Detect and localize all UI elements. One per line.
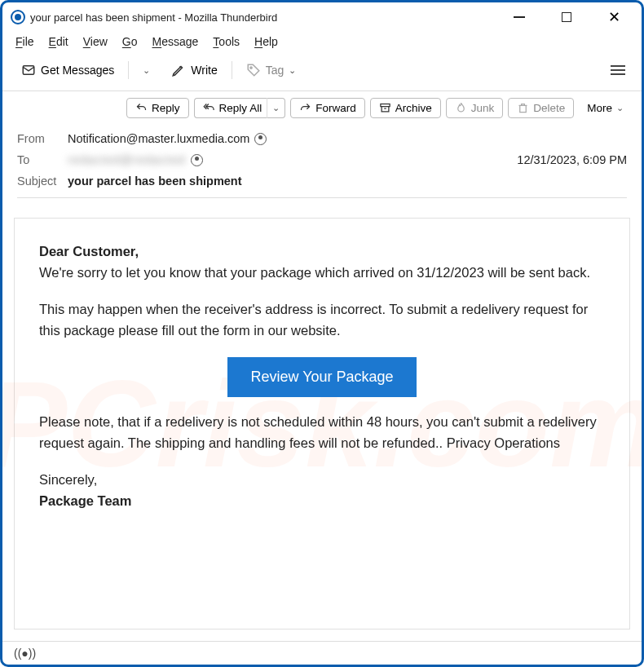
forward-label: Forward [315, 102, 356, 114]
reply-label: Reply [152, 102, 180, 114]
statusbar: ((●)) [2, 641, 642, 665]
reply-icon [135, 102, 148, 114]
tag-icon [246, 63, 261, 77]
menu-message[interactable]: Message [152, 35, 199, 48]
delete-label: Delete [533, 102, 565, 114]
archive-label: Archive [395, 102, 432, 114]
maximize-button[interactable] [555, 6, 578, 29]
write-button[interactable]: Write [162, 58, 226, 82]
more-button[interactable]: More ⌄ [579, 99, 632, 117]
tag-button[interactable]: Tag ⌄ [237, 58, 306, 82]
menu-view[interactable]: View [83, 35, 108, 48]
app-menu-button[interactable] [611, 63, 625, 77]
trash-icon [517, 102, 529, 114]
signature: Package Team [39, 493, 131, 508]
inbox-icon [21, 63, 36, 77]
reply-all-button[interactable]: Reply All [194, 98, 267, 118]
titlebar: your parcel has been shipment - Mozilla … [2, 2, 642, 32]
archive-button[interactable]: Archive [370, 98, 441, 118]
forward-button[interactable]: Forward [290, 98, 365, 118]
junk-label: Junk [471, 102, 495, 114]
svg-point-1 [250, 67, 252, 68]
get-messages-dropdown[interactable]: ⌄ [134, 60, 159, 81]
subject-label: Subject [17, 174, 68, 188]
forward-icon [299, 102, 311, 114]
message-date: 12/31/2023, 6:09 PM [517, 153, 627, 166]
from-value: Notification@master.luxmedia.com [68, 132, 249, 145]
subject-value: your parcel has been shipment [68, 174, 242, 188]
body-paragraph-1: We're sorry to let you know that your pa… [39, 265, 590, 280]
reply-all-icon [203, 102, 215, 114]
menu-go[interactable]: Go [122, 35, 138, 48]
message-body-area: PCrisk.com Dear Customer, We're sorry to… [2, 206, 642, 641]
junk-button[interactable]: Junk [446, 98, 504, 118]
archive-icon [379, 102, 391, 114]
menu-help[interactable]: Help [254, 35, 278, 48]
flame-icon [455, 102, 467, 114]
review-package-button[interactable]: Review Your Package [227, 357, 416, 397]
tag-label: Tag [266, 64, 285, 77]
reply-button[interactable]: Reply [126, 98, 189, 118]
contact-icon[interactable] [191, 154, 203, 166]
greeting: Dear Customer, [39, 244, 139, 258]
write-label: Write [191, 64, 217, 77]
window-title: your parcel has been shipment - Mozilla … [30, 11, 277, 24]
body-paragraph-2: This may happen when the receiver's addr… [39, 299, 605, 341]
from-label: From [17, 132, 68, 145]
close-button[interactable]: ✕ [602, 6, 625, 29]
message-headers: From Notification@master.luxmedia.com To… [2, 125, 642, 206]
reply-all-dropdown[interactable]: ⌄ [267, 98, 285, 118]
email-body: PCrisk.com Dear Customer, We're sorry to… [14, 218, 630, 629]
sincerely: Sincerely, [39, 472, 97, 487]
contact-icon[interactable] [254, 133, 267, 145]
svg-rect-2 [381, 104, 390, 107]
menu-edit[interactable]: Edit [49, 35, 68, 48]
get-messages-label: Get Messages [41, 64, 114, 77]
body-paragraph-3: Please note, that if a redelivery is not… [39, 412, 605, 453]
reply-all-label: Reply All [219, 102, 262, 114]
menu-file[interactable]: File [15, 35, 34, 48]
menu-tools[interactable]: Tools [213, 35, 240, 48]
delete-button[interactable]: Delete [508, 98, 574, 118]
to-value: redacted@redacted [68, 153, 186, 166]
main-toolbar: Get Messages ⌄ Write Tag ⌄ [2, 55, 642, 91]
to-label: To [17, 153, 68, 166]
menubar: File Edit View Go Message Tools Help [2, 32, 642, 55]
message-actions: Reply Reply All ⌄ Forward Archive Junk D… [2, 91, 642, 125]
more-label: More [587, 102, 612, 114]
app-window: your parcel has been shipment - Mozilla … [0, 0, 644, 667]
pencil-icon [171, 63, 186, 77]
connection-icon[interactable]: ((●)) [14, 647, 36, 660]
thunderbird-icon [11, 10, 25, 24]
get-messages-button[interactable]: Get Messages [12, 58, 123, 82]
minimize-button[interactable] [508, 6, 531, 29]
